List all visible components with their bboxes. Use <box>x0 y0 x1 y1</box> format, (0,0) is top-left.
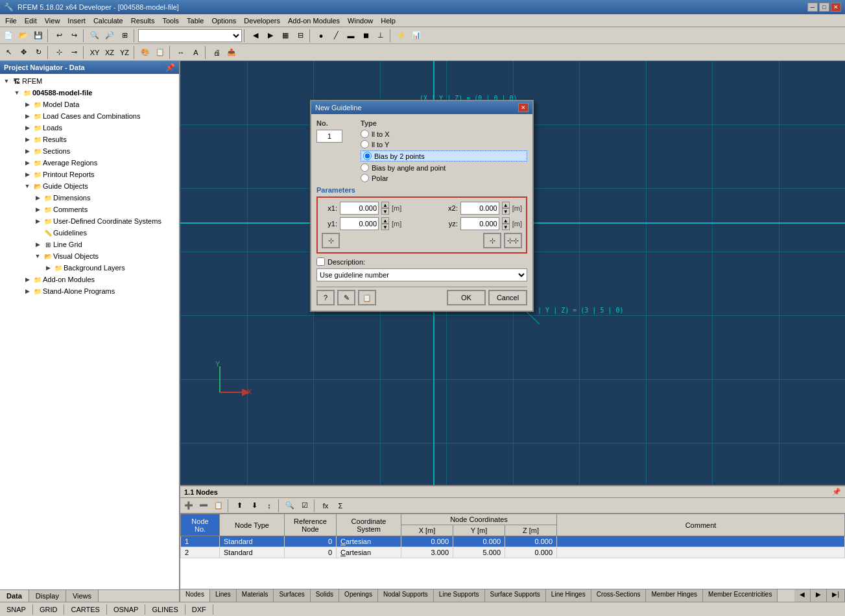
tree-toggle-user-coord[interactable]: ▶ <box>32 216 43 226</box>
table-tab-end[interactable]: ▶| <box>827 589 845 602</box>
table-tab-line-hinges[interactable]: Line Hinges <box>546 589 591 602</box>
tb2-view-yz[interactable]: YZ <box>117 45 132 60</box>
tree-item-project[interactable]: ▼ 📁 004588-model-file <box>1 87 178 99</box>
table-tab-surface-supports[interactable]: Surface Supports <box>485 589 546 602</box>
menu-results[interactable]: Results <box>127 16 159 26</box>
table-tab-openings[interactable]: Openings <box>339 589 378 602</box>
radio-ll-x-input[interactable] <box>361 130 369 138</box>
tt-fx[interactable]: fx <box>318 499 333 513</box>
tb2-layer[interactable]: 📋 <box>153 45 167 60</box>
tb-save[interactable]: 💾 <box>31 29 45 43</box>
status-cartes[interactable]: CARTES <box>64 604 106 615</box>
tree-item-background-layers[interactable]: ▶ 📁 Background Layers <box>1 262 178 274</box>
tt-sort[interactable]: ↕ <box>262 499 276 513</box>
tree-item-user-coord[interactable]: ▶ 📁 User-Defined Coordinate Systems <box>1 215 178 227</box>
menu-addon[interactable]: Add-on Modules <box>284 16 344 26</box>
tb2-snap-node[interactable]: ⊹ <box>52 45 66 60</box>
tree-toggle-sections[interactable]: ▶ <box>22 146 32 156</box>
x1-spinner[interactable]: ▲ ▼ <box>381 202 389 215</box>
tt-excel[interactable]: Σ <box>333 499 348 513</box>
x2-spinner[interactable]: ▲ ▼ <box>502 202 510 215</box>
x2-up[interactable]: ▲ <box>502 202 510 208</box>
tb2-print[interactable]: 🖨 <box>209 45 224 60</box>
tree-toggle-loads[interactable]: ▶ <box>22 123 32 133</box>
tt-filter[interactable]: 🔍 <box>283 499 297 513</box>
tree-toggle-visual-objects[interactable]: ▼ <box>32 251 43 261</box>
radio-polar[interactable]: Polar <box>361 174 527 182</box>
status-osnap[interactable]: OSNAP <box>107 604 146 615</box>
radio-bias-2pts-input[interactable] <box>363 152 372 160</box>
radio-polar-input[interactable] <box>361 174 369 182</box>
table-row[interactable]: 1 Standard 0 Cartesian 0.000 0.000 0.000 <box>181 536 845 547</box>
status-glines[interactable]: GLINES <box>145 604 185 615</box>
tt-up[interactable]: ⬆ <box>232 499 246 513</box>
yz-down[interactable]: ▼ <box>502 224 510 230</box>
menu-file[interactable]: File <box>1 16 21 26</box>
tree-toggle-printout[interactable]: ▶ <box>22 169 32 180</box>
tb-model-select[interactable] <box>138 29 242 42</box>
tb2-snap-line[interactable]: ⊸ <box>67 45 81 60</box>
tree-item-standalone[interactable]: ▶ 📁 Stand-Alone Programs <box>1 285 178 297</box>
desc-dropdown[interactable]: Use guideline number <box>316 268 527 281</box>
menu-options[interactable]: Options <box>208 16 240 26</box>
table-tab-materials[interactable]: Materials <box>237 589 274 602</box>
menu-calculate[interactable]: Calculate <box>89 16 127 26</box>
table-tab-member-eccentricities[interactable]: Member Eccentricities <box>703 589 778 602</box>
table-tab-next[interactable]: ▶ <box>811 589 827 602</box>
tb-line[interactable]: ╱ <box>329 29 343 43</box>
panel-pin-icon[interactable]: 📌 <box>165 63 175 72</box>
tb2-move[interactable]: ✥ <box>16 45 30 60</box>
y1-down[interactable]: ▼ <box>381 224 389 230</box>
y1-input[interactable] <box>340 217 379 230</box>
tree-toggle-line-grid[interactable]: ▶ <box>32 239 43 250</box>
tb-zoom-out[interactable]: 🔎 <box>102 29 117 43</box>
menu-window[interactable]: Window <box>344 16 377 26</box>
radio-ll-y[interactable]: ll to Y <box>361 140 527 148</box>
x1-down[interactable]: ▼ <box>381 208 389 215</box>
menu-view[interactable]: View <box>41 16 64 26</box>
tb-wire[interactable]: ⊟ <box>293 29 307 43</box>
tt-down[interactable]: ⬇ <box>247 499 261 513</box>
tree-toggle-load-cases[interactable]: ▶ <box>22 111 32 121</box>
yz-spinner[interactable]: ▲ ▼ <box>502 217 510 230</box>
tree-toggle-standalone[interactable]: ▶ <box>22 286 32 296</box>
maximize-button[interactable]: □ <box>819 3 829 12</box>
tb-undo[interactable]: ↩ <box>52 29 66 43</box>
tb-render[interactable]: ▦ <box>278 29 292 43</box>
table-tab-surfaces[interactable]: Surfaces <box>274 589 310 602</box>
cancel-button[interactable]: Cancel <box>488 290 527 305</box>
menu-table[interactable]: Table <box>183 16 208 26</box>
tree-item-visual-objects[interactable]: ▼ 📂 Visual Objects <box>1 250 178 262</box>
table-tab-prev[interactable]: ◀ <box>794 589 811 602</box>
table-button[interactable]: 📋 <box>358 290 376 305</box>
tree-toggle-addon[interactable]: ▶ <box>22 274 32 285</box>
tb-result[interactable]: 📊 <box>409 29 423 43</box>
tb2-view-xy[interactable]: XY <box>88 45 102 60</box>
status-dxf[interactable]: DXF <box>185 604 213 615</box>
tt-copy[interactable]: 📋 <box>211 499 226 513</box>
tb2-view-xz[interactable]: XZ <box>102 45 117 60</box>
tab-data[interactable]: Data <box>0 590 29 602</box>
y1-spinner[interactable]: ▲ ▼ <box>381 217 389 230</box>
x1-up[interactable]: ▲ <box>381 202 389 208</box>
tree-item-results[interactable]: ▶ 📁 Results <box>1 134 178 145</box>
tree-item-guide-objects[interactable]: ▼ 📂 Guide Objects <box>1 180 178 192</box>
tree-toggle-dimensions[interactable]: ▶ <box>32 193 43 203</box>
tb2-dim[interactable]: ↔ <box>174 45 188 60</box>
table-tab-cross-sections[interactable]: Cross-Sections <box>591 589 647 602</box>
tree-item-comments[interactable]: ▶ 📁 Comments <box>1 204 178 215</box>
table-tab-line-supports[interactable]: Line Supports <box>434 589 485 602</box>
table-pin-icon[interactable]: 📌 <box>832 488 841 496</box>
tree-toggle-guide-objects[interactable]: ▼ <box>22 181 32 191</box>
table-row[interactable]: 2 Standard 0 Cartesian 3.000 5.000 0.000 <box>181 547 845 558</box>
dialog-close-button[interactable]: ✕ <box>518 103 529 112</box>
x2-down[interactable]: ▼ <box>502 208 510 215</box>
menu-help[interactable]: Help <box>377 16 399 26</box>
radio-bias-2pts[interactable]: Bias by 2 points <box>361 150 527 161</box>
tree-toggle-comments[interactable]: ▶ <box>32 204 43 215</box>
tab-display[interactable]: Display <box>29 590 66 602</box>
tb2-label[interactable]: A <box>189 45 203 60</box>
tree-item-line-grid[interactable]: ▶ ⊞ Line Grid <box>1 239 178 250</box>
tb2-export[interactable]: 📤 <box>224 45 239 60</box>
menu-tools[interactable]: Tools <box>158 16 183 26</box>
